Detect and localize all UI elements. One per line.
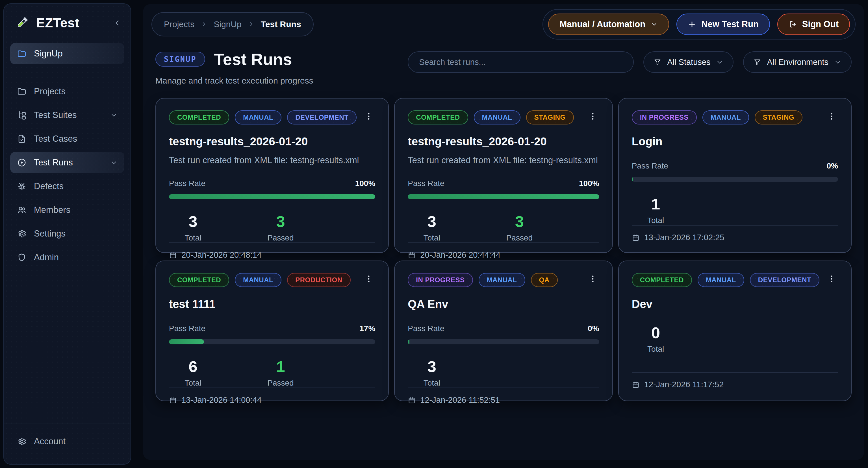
badge-row: IN PROGRESS MANUAL STAGING (632, 110, 838, 125)
kebab-menu-button[interactable] (362, 110, 375, 122)
test-run-title: testng-results_2026-01-20 (408, 135, 599, 148)
total-count: 0 (632, 324, 680, 342)
pass-rate-label: Pass Rate (408, 179, 444, 188)
passed-count: 1 (256, 357, 305, 376)
sidebar-logo-row: EZTest (4, 4, 130, 43)
total-count: 6 (169, 357, 217, 376)
header-row: Projects SignUp Test Runs Manual / Autom… (151, 9, 856, 39)
test-run-title: QA Env (408, 298, 599, 310)
test-run-date: 20-Jan-2026 20:48:14 (181, 250, 261, 260)
mode-dropdown-label: Manual / Automation (559, 19, 645, 29)
test-run-card[interactable]: COMPLETED MANUAL DEVELOPMENT Dev 0Total … (618, 261, 851, 401)
breadcrumb-signup[interactable]: SignUp (214, 20, 241, 29)
sidebar-item-test-cases[interactable]: Test Cases (10, 128, 124, 149)
sidebar-item-defects[interactable]: Defects (10, 175, 124, 197)
test-runs-grid: COMPLETED MANUAL DEVELOPMENT testng-resu… (151, 98, 856, 401)
status-badge: IN PROGRESS (632, 110, 697, 125)
sidebar-item-account[interactable]: Account (10, 431, 124, 452)
pass-rate-value: 100% (355, 179, 375, 188)
kebab-menu-button[interactable] (825, 110, 838, 122)
shield-icon (17, 253, 27, 262)
pass-rate-label: Pass Rate (632, 162, 668, 170)
kebab-menu-button[interactable] (825, 273, 838, 285)
test-run-description: Test run created from XML file: testng-r… (408, 155, 599, 165)
test-run-card[interactable]: COMPLETED MANUAL PRODUCTION test 1111 Pa… (155, 261, 389, 401)
breadcrumb: Projects SignUp Test Runs (151, 12, 314, 36)
tree-icon (17, 110, 27, 120)
environment-badge: QA (531, 273, 558, 287)
stats-row: 0Total (632, 324, 838, 354)
pass-rate-bar-fill (408, 194, 599, 199)
pass-rate-bar (632, 177, 838, 182)
chevron-down-icon (834, 59, 841, 66)
pass-rate-value: 100% (579, 179, 599, 188)
search-input[interactable] (408, 52, 634, 73)
stat-label: Total (632, 216, 680, 225)
test-run-card[interactable]: IN PROGRESS MANUAL STAGING Login Pass Ra… (618, 98, 851, 253)
sidebar-item-signup[interactable]: SignUp (10, 43, 124, 64)
pass-rate-section: Pass Rate 0% (408, 324, 599, 344)
stats-row: 6Total1Passed (169, 357, 375, 388)
header-actions: Manual / Automation New Test Run Sign Ou… (542, 9, 856, 39)
card-footer: 12-Jan-2026 11:17:52 (632, 372, 838, 389)
test-run-card[interactable]: IN PROGRESS MANUAL QA QA Env Pass Rate 0… (394, 261, 613, 401)
test-run-description: Test run created from XML file: testng-r… (169, 155, 375, 165)
sign-out-button[interactable]: Sign Out (777, 13, 850, 35)
status-filter-dropdown[interactable]: All Statuses (643, 52, 734, 73)
type-badge: MANUAL (478, 273, 525, 287)
stat-label: Passed (495, 233, 544, 242)
card-footer: 20-Jan-2026 20:48:14 (169, 242, 375, 260)
pass-rate-bar (169, 339, 375, 344)
pass-rate-label: Pass Rate (169, 324, 206, 333)
chevron-down-icon (110, 159, 118, 166)
total-count: 1 (632, 195, 680, 213)
sidebar-item-settings[interactable]: Settings (10, 223, 124, 244)
bug-icon (17, 181, 27, 191)
kebab-menu-button[interactable] (586, 273, 599, 285)
chevron-right-icon (200, 21, 207, 28)
test-run-card[interactable]: COMPLETED MANUAL STAGING testng-results_… (394, 98, 613, 253)
gear-icon (17, 437, 27, 446)
status-badge: COMPLETED (169, 273, 229, 287)
test-run-card[interactable]: COMPLETED MANUAL DEVELOPMENT testng-resu… (155, 98, 389, 253)
stat-label: Passed (256, 233, 305, 242)
card-footer: 12-Jan-2026 11:52:51 (408, 388, 599, 405)
environment-filter-dropdown[interactable]: All Environments (743, 52, 851, 73)
sidebar-item-members[interactable]: Members (10, 199, 124, 221)
sidebar-nav: SignUp Projects Test Suites Test Cases T… (4, 43, 130, 270)
sidebar-item-test-suites[interactable]: Test Suites (10, 104, 124, 126)
new-test-run-label: New Test Run (701, 19, 758, 29)
calendar-icon (632, 234, 640, 242)
sidebar-item-admin[interactable]: Admin (10, 247, 124, 268)
stat-label: Total (169, 233, 217, 242)
pass-rate-bar (408, 339, 599, 344)
environment-badge: DEVELOPMENT (287, 110, 356, 125)
mode-dropdown-button[interactable]: Manual / Automation (548, 13, 669, 35)
breadcrumb-projects[interactable]: Projects (164, 20, 194, 29)
type-badge: MANUAL (698, 273, 744, 287)
environment-badge: PRODUCTION (287, 273, 350, 287)
play-circle-icon (17, 158, 27, 167)
chevron-down-icon (716, 59, 723, 66)
sidebar-item-projects[interactable]: Projects (10, 81, 124, 102)
test-run-title: Login (632, 135, 838, 148)
stat-total: 6Total (169, 357, 217, 388)
pass-rate-section: Pass Rate 100% (169, 179, 375, 199)
environment-badge: STAGING (526, 110, 574, 125)
test-run-title: testng-results_2026-01-20 (169, 135, 375, 148)
breadcrumb-current: Test Runs (261, 20, 301, 29)
new-test-run-button[interactable]: New Test Run (676, 13, 770, 35)
type-badge: MANUAL (235, 110, 281, 125)
kebab-menu-button[interactable] (586, 110, 599, 122)
status-badge: COMPLETED (408, 110, 468, 125)
sidebar-collapse-button[interactable] (113, 19, 122, 27)
sidebar-item-label: Account (34, 436, 66, 446)
test-run-title: Dev (632, 298, 838, 310)
kebab-menu-button[interactable] (362, 273, 375, 285)
status-badge: IN PROGRESS (408, 273, 473, 287)
sidebar-item-test-runs[interactable]: Test Runs (10, 152, 124, 173)
calendar-icon (408, 396, 415, 404)
plus-icon (688, 20, 696, 29)
pass-rate-bar-fill (632, 177, 633, 182)
funnel-icon (654, 58, 661, 66)
